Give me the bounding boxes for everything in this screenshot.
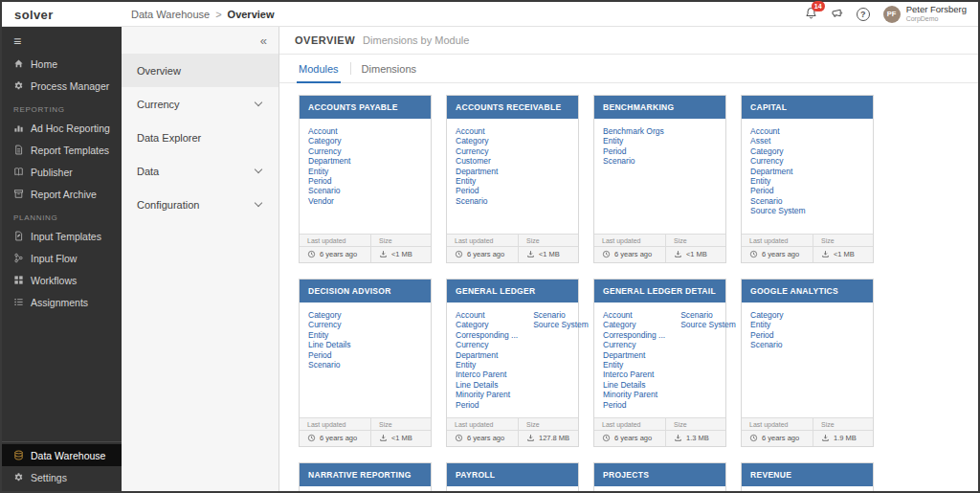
announcements-button[interactable] bbox=[831, 6, 843, 23]
dimension-link[interactable]: Period bbox=[750, 330, 784, 340]
user-menu[interactable]: PF Peter Forsberg CorpDemo bbox=[883, 5, 967, 23]
module-card-header[interactable]: BENCHMARKING bbox=[594, 96, 725, 119]
dimension-link[interactable]: Category bbox=[750, 146, 806, 156]
dimension-link[interactable]: Customer bbox=[456, 156, 498, 166]
dimension-link[interactable]: Line Details bbox=[603, 380, 665, 390]
sidebar-item-input-flow[interactable]: Input Flow bbox=[2, 247, 122, 269]
module-card-header[interactable]: GENERAL LEDGER bbox=[447, 280, 578, 303]
dimension-link[interactable]: Interco Parent bbox=[603, 370, 665, 379]
dimension-link[interactable]: Entity bbox=[456, 360, 518, 370]
dimension-link[interactable]: Department bbox=[750, 167, 806, 176]
dimension-link[interactable]: Account bbox=[456, 310, 518, 320]
dimension-link[interactable]: Period bbox=[750, 186, 806, 195]
dimension-link[interactable]: Currency bbox=[308, 320, 350, 329]
notifications-button[interactable]: 14 bbox=[805, 6, 817, 23]
subnav-item-currency[interactable]: Currency bbox=[122, 87, 278, 121]
module-card-header[interactable]: PROJECTS bbox=[594, 463, 725, 486]
dimension-link[interactable]: Account bbox=[308, 126, 350, 136]
sidebar-item-report-archive[interactable]: Report Archive bbox=[2, 183, 122, 205]
dimension-link[interactable]: Period bbox=[603, 146, 664, 156]
dimension-link[interactable]: Source System bbox=[533, 320, 589, 329]
dimension-link[interactable]: Entity bbox=[750, 320, 784, 329]
breadcrumb-parent[interactable]: Data Warehouse bbox=[131, 9, 210, 20]
dimension-link[interactable]: Category bbox=[308, 310, 350, 320]
sidebar-item-data-warehouse[interactable]: Data Warehouse bbox=[2, 444, 122, 466]
dimension-link[interactable]: Account bbox=[750, 126, 806, 136]
dimension-link[interactable]: Minority Parent bbox=[456, 390, 518, 399]
dimension-link[interactable]: Benchmark Orgs bbox=[603, 126, 664, 136]
module-card-header[interactable]: GOOGLE ANALYTICS bbox=[742, 280, 873, 303]
dimension-link[interactable]: Interco Parent bbox=[456, 370, 518, 379]
dimension-link[interactable]: Account bbox=[456, 126, 498, 136]
dimension-link[interactable]: Category bbox=[750, 310, 784, 320]
dimension-link[interactable]: Scenario bbox=[308, 360, 350, 370]
sidebar-item-process-manager[interactable]: Process Manager bbox=[2, 75, 122, 97]
dimension-link[interactable]: Account bbox=[603, 310, 665, 320]
dimension-link[interactable]: Scenario bbox=[533, 310, 589, 320]
dimension-link[interactable]: Scenario bbox=[308, 186, 350, 195]
module-card-header[interactable]: GENERAL LEDGER DETAIL bbox=[594, 280, 725, 303]
dimension-link[interactable]: Period bbox=[456, 400, 518, 410]
sidebar-item-assignments[interactable]: Assignments bbox=[2, 291, 122, 313]
tab-dimensions[interactable]: Dimensions bbox=[350, 55, 428, 82]
dimension-link[interactable]: Currency bbox=[603, 340, 665, 349]
subnav-item-overview[interactable]: Overview bbox=[122, 54, 278, 87]
dimension-link[interactable]: Scenario bbox=[456, 196, 498, 206]
sidebar-item-home[interactable]: Home bbox=[2, 53, 122, 75]
dimension-link[interactable]: Category bbox=[456, 320, 518, 329]
dimension-link[interactable]: Period bbox=[456, 186, 498, 195]
dimension-link[interactable]: Scenario bbox=[603, 156, 664, 166]
dimension-link[interactable]: Entity bbox=[456, 176, 498, 186]
dimension-link[interactable]: Entity bbox=[603, 136, 664, 146]
module-card-header[interactable]: NARRATIVE REPORTING bbox=[300, 463, 431, 486]
dimension-link[interactable]: Category bbox=[603, 320, 665, 329]
module-card-header[interactable]: PAYROLL bbox=[447, 463, 578, 486]
module-card-header[interactable]: CAPITAL bbox=[742, 96, 873, 119]
dimension-link[interactable]: Line Details bbox=[308, 340, 350, 349]
module-card-header[interactable]: DECISION ADVISOR bbox=[300, 280, 431, 303]
dimension-link[interactable]: Period bbox=[603, 400, 665, 410]
dimension-link[interactable]: Department bbox=[308, 156, 350, 166]
sidebar-item-settings[interactable]: Settings bbox=[2, 466, 122, 488]
dimension-link[interactable]: Category bbox=[456, 136, 498, 146]
dimension-link[interactable]: Corresponding ... bbox=[603, 330, 665, 340]
dimension-link[interactable]: Currency bbox=[750, 156, 806, 166]
tab-modules[interactable]: Modules bbox=[287, 55, 350, 82]
sidebar-item-input-templates[interactable]: Input Templates bbox=[2, 225, 122, 247]
sidebar-item-workflows[interactable]: Workflows bbox=[2, 269, 122, 291]
dimension-link[interactable]: Vendor bbox=[308, 196, 350, 206]
dimension-link[interactable]: Department bbox=[456, 167, 498, 176]
dimension-link[interactable]: Corresponding ... bbox=[456, 330, 518, 340]
dimension-link[interactable]: Currency bbox=[308, 146, 350, 156]
dimension-link[interactable]: Department bbox=[456, 350, 518, 360]
dimension-link[interactable]: Source System bbox=[750, 206, 806, 215]
dimension-link[interactable]: Entity bbox=[603, 360, 665, 370]
sidebar-item-report-templates[interactable]: Report Templates bbox=[2, 139, 122, 161]
dimension-link[interactable]: Currency bbox=[456, 146, 498, 156]
sidebar-item-publisher[interactable]: Publisher bbox=[2, 161, 122, 183]
dimension-link[interactable]: Asset bbox=[750, 136, 806, 146]
dimension-link[interactable]: Category bbox=[308, 136, 350, 146]
dimension-link[interactable]: Department bbox=[603, 350, 665, 360]
module-card-header[interactable]: REVENUE bbox=[742, 463, 873, 486]
dimension-link[interactable]: Line Details bbox=[456, 380, 518, 390]
menu-button[interactable]: ≡ bbox=[2, 27, 122, 53]
subnav-item-configuration[interactable]: Configuration bbox=[122, 188, 278, 221]
dimension-link[interactable]: Scenario bbox=[750, 340, 784, 349]
dimension-link[interactable]: Scenario bbox=[680, 310, 736, 320]
dimension-link[interactable]: Minority Parent bbox=[603, 390, 665, 399]
help-button[interactable]: ? bbox=[857, 8, 870, 21]
module-card-header[interactable]: ACCOUNTS RECEIVABLE bbox=[447, 96, 578, 119]
dimension-link[interactable]: Currency bbox=[456, 340, 518, 349]
sidebar-item-ad-hoc-reporting[interactable]: Ad Hoc Reporting bbox=[2, 117, 122, 139]
subnav-item-data[interactable]: Data bbox=[122, 154, 278, 188]
collapse-sidebar-button[interactable]: « bbox=[122, 29, 278, 54]
dimension-link[interactable]: Period bbox=[308, 176, 350, 186]
dimension-link[interactable]: Entity bbox=[308, 167, 350, 176]
dimension-link[interactable]: Entity bbox=[750, 176, 806, 186]
dimension-link[interactable]: Scenario bbox=[750, 196, 806, 206]
module-card-header[interactable]: ACCOUNTS PAYABLE bbox=[300, 96, 431, 119]
dimension-link[interactable]: Source System bbox=[680, 320, 736, 329]
subnav-item-data-explorer[interactable]: Data Explorer bbox=[122, 121, 278, 154]
dimension-link[interactable]: Entity bbox=[308, 330, 350, 340]
